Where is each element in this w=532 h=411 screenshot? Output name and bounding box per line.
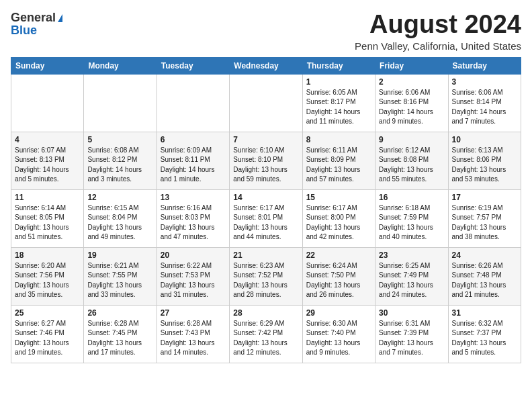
day-info: Sunrise: 6:28 AMSunset: 7:43 PMDaylight:… bbox=[161, 319, 226, 358]
calendar-day-cell: 29Sunrise: 6:30 AMSunset: 7:40 PMDayligh… bbox=[302, 305, 375, 363]
day-info: Sunrise: 6:21 AMSunset: 7:55 PMDaylight:… bbox=[87, 261, 152, 300]
day-number: 3 bbox=[452, 77, 517, 87]
day-info: Sunrise: 6:05 AMSunset: 8:17 PMDaylight:… bbox=[306, 88, 371, 127]
logo: General Blue bbox=[11, 11, 62, 38]
month-title: August 2024 bbox=[355, 11, 521, 39]
day-info: Sunrise: 6:29 AMSunset: 7:42 PMDaylight:… bbox=[233, 319, 298, 358]
day-info: Sunrise: 6:24 AMSunset: 7:50 PMDaylight:… bbox=[306, 261, 371, 300]
page-header: General Blue August 2024 Penn Valley, Ca… bbox=[11, 11, 521, 52]
calendar-day-cell: 28Sunrise: 6:29 AMSunset: 7:42 PMDayligh… bbox=[230, 305, 302, 363]
calendar-day-cell: 17Sunrise: 6:19 AMSunset: 7:57 PMDayligh… bbox=[448, 189, 521, 247]
calendar-day-cell: 19Sunrise: 6:21 AMSunset: 7:55 PMDayligh… bbox=[84, 247, 157, 305]
day-info: Sunrise: 6:17 AMSunset: 8:00 PMDaylight:… bbox=[306, 203, 371, 242]
day-number: 22 bbox=[306, 250, 371, 260]
day-info: Sunrise: 6:07 AMSunset: 8:13 PMDaylight:… bbox=[15, 146, 80, 185]
calendar-week-row: 1Sunrise: 6:05 AMSunset: 8:17 PMDaylight… bbox=[11, 74, 521, 132]
day-info: Sunrise: 6:10 AMSunset: 8:10 PMDaylight:… bbox=[233, 146, 298, 185]
calendar-day-cell: 5Sunrise: 6:08 AMSunset: 8:12 PMDaylight… bbox=[84, 132, 157, 189]
day-number: 10 bbox=[452, 135, 517, 144]
day-number: 5 bbox=[87, 135, 152, 144]
calendar-day-cell: 26Sunrise: 6:28 AMSunset: 7:45 PMDayligh… bbox=[84, 305, 157, 363]
day-info: Sunrise: 6:09 AMSunset: 8:11 PMDaylight:… bbox=[161, 146, 226, 185]
calendar-day-cell: 7Sunrise: 6:10 AMSunset: 8:10 PMDaylight… bbox=[230, 132, 302, 189]
day-info: Sunrise: 6:12 AMSunset: 8:08 PMDaylight:… bbox=[379, 146, 444, 185]
day-number: 17 bbox=[452, 193, 517, 202]
day-number: 8 bbox=[306, 135, 371, 144]
day-number: 15 bbox=[306, 193, 371, 202]
calendar-day-cell: 12Sunrise: 6:15 AMSunset: 8:04 PMDayligh… bbox=[84, 189, 157, 247]
day-info: Sunrise: 6:23 AMSunset: 7:52 PMDaylight:… bbox=[233, 261, 298, 300]
calendar-day-cell: 2Sunrise: 6:06 AMSunset: 8:16 PMDaylight… bbox=[375, 74, 448, 132]
day-info: Sunrise: 6:17 AMSunset: 8:01 PMDaylight:… bbox=[233, 203, 298, 242]
day-of-week-header: Sunday bbox=[11, 57, 84, 74]
day-number: 9 bbox=[379, 135, 444, 144]
calendar-day-cell bbox=[11, 74, 84, 132]
logo-triangle-icon bbox=[58, 14, 62, 22]
day-number: 31 bbox=[452, 308, 517, 318]
calendar-day-cell: 11Sunrise: 6:14 AMSunset: 8:05 PMDayligh… bbox=[11, 189, 84, 247]
calendar-day-cell: 27Sunrise: 6:28 AMSunset: 7:43 PMDayligh… bbox=[157, 305, 229, 363]
calendar-day-cell: 14Sunrise: 6:17 AMSunset: 8:01 PMDayligh… bbox=[230, 189, 302, 247]
day-info: Sunrise: 6:32 AMSunset: 7:37 PMDaylight:… bbox=[452, 319, 517, 358]
day-of-week-header: Saturday bbox=[448, 57, 521, 74]
calendar-day-cell: 13Sunrise: 6:16 AMSunset: 8:03 PMDayligh… bbox=[157, 189, 229, 247]
day-info: Sunrise: 6:22 AMSunset: 7:53 PMDaylight:… bbox=[161, 261, 226, 300]
day-number: 30 bbox=[379, 308, 444, 318]
calendar-day-cell: 23Sunrise: 6:25 AMSunset: 7:49 PMDayligh… bbox=[375, 247, 448, 305]
day-number: 27 bbox=[161, 308, 226, 318]
calendar-day-cell: 21Sunrise: 6:23 AMSunset: 7:52 PMDayligh… bbox=[230, 247, 302, 305]
day-number: 14 bbox=[233, 193, 298, 202]
calendar-week-row: 25Sunrise: 6:27 AMSunset: 7:46 PMDayligh… bbox=[11, 305, 521, 363]
day-info: Sunrise: 6:30 AMSunset: 7:40 PMDaylight:… bbox=[306, 319, 371, 358]
calendar-day-cell bbox=[157, 74, 229, 132]
calendar-week-row: 11Sunrise: 6:14 AMSunset: 8:05 PMDayligh… bbox=[11, 189, 521, 247]
day-info: Sunrise: 6:11 AMSunset: 8:09 PMDaylight:… bbox=[306, 146, 371, 185]
day-number: 12 bbox=[87, 193, 152, 202]
day-number: 28 bbox=[233, 308, 298, 318]
logo-general-text: General bbox=[11, 11, 62, 25]
calendar-day-cell: 30Sunrise: 6:31 AMSunset: 7:39 PMDayligh… bbox=[375, 305, 448, 363]
day-info: Sunrise: 6:31 AMSunset: 7:39 PMDaylight:… bbox=[379, 319, 444, 358]
day-number: 7 bbox=[233, 135, 298, 144]
calendar-day-cell: 16Sunrise: 6:18 AMSunset: 7:59 PMDayligh… bbox=[375, 189, 448, 247]
day-number: 25 bbox=[15, 308, 80, 318]
calendar-week-row: 4Sunrise: 6:07 AMSunset: 8:13 PMDaylight… bbox=[11, 132, 521, 189]
calendar-day-cell: 6Sunrise: 6:09 AMSunset: 8:11 PMDaylight… bbox=[157, 132, 229, 189]
day-of-week-header: Wednesday bbox=[230, 57, 302, 74]
day-number: 26 bbox=[87, 308, 152, 318]
calendar-day-cell: 1Sunrise: 6:05 AMSunset: 8:17 PMDaylight… bbox=[302, 74, 375, 132]
calendar-day-cell: 15Sunrise: 6:17 AMSunset: 8:00 PMDayligh… bbox=[302, 189, 375, 247]
day-of-week-header: Thursday bbox=[302, 57, 375, 74]
calendar-day-cell: 9Sunrise: 6:12 AMSunset: 8:08 PMDaylight… bbox=[375, 132, 448, 189]
day-info: Sunrise: 6:20 AMSunset: 7:56 PMDaylight:… bbox=[15, 261, 80, 300]
location-text: Penn Valley, California, United States bbox=[355, 40, 521, 52]
calendar-day-cell: 25Sunrise: 6:27 AMSunset: 7:46 PMDayligh… bbox=[11, 305, 84, 363]
day-info: Sunrise: 6:06 AMSunset: 8:16 PMDaylight:… bbox=[379, 88, 444, 127]
calendar-day-cell: 8Sunrise: 6:11 AMSunset: 8:09 PMDaylight… bbox=[302, 132, 375, 189]
calendar-day-cell: 3Sunrise: 6:06 AMSunset: 8:14 PMDaylight… bbox=[448, 74, 521, 132]
day-info: Sunrise: 6:08 AMSunset: 8:12 PMDaylight:… bbox=[87, 146, 152, 185]
day-info: Sunrise: 6:28 AMSunset: 7:45 PMDaylight:… bbox=[87, 319, 152, 358]
calendar-week-row: 18Sunrise: 6:20 AMSunset: 7:56 PMDayligh… bbox=[11, 247, 521, 305]
day-number: 2 bbox=[379, 77, 444, 87]
day-number: 13 bbox=[161, 193, 226, 202]
day-number: 24 bbox=[452, 250, 517, 260]
logo-blue-text: Blue bbox=[11, 24, 37, 38]
day-info: Sunrise: 6:06 AMSunset: 8:14 PMDaylight:… bbox=[452, 88, 517, 127]
calendar-day-cell: 20Sunrise: 6:22 AMSunset: 7:53 PMDayligh… bbox=[157, 247, 229, 305]
day-of-week-header: Monday bbox=[84, 57, 157, 74]
day-number: 4 bbox=[15, 135, 80, 144]
day-of-week-header: Friday bbox=[375, 57, 448, 74]
day-of-week-header: Tuesday bbox=[157, 57, 229, 74]
day-number: 21 bbox=[233, 250, 298, 260]
day-number: 1 bbox=[306, 77, 371, 87]
day-info: Sunrise: 6:13 AMSunset: 8:06 PMDaylight:… bbox=[452, 146, 517, 185]
calendar-day-cell: 22Sunrise: 6:24 AMSunset: 7:50 PMDayligh… bbox=[302, 247, 375, 305]
calendar-day-cell: 10Sunrise: 6:13 AMSunset: 8:06 PMDayligh… bbox=[448, 132, 521, 189]
day-number: 16 bbox=[379, 193, 444, 202]
day-info: Sunrise: 6:16 AMSunset: 8:03 PMDaylight:… bbox=[161, 203, 226, 242]
day-info: Sunrise: 6:14 AMSunset: 8:05 PMDaylight:… bbox=[15, 203, 80, 242]
day-info: Sunrise: 6:15 AMSunset: 8:04 PMDaylight:… bbox=[87, 203, 152, 242]
calendar-header-row: SundayMondayTuesdayWednesdayThursdayFrid… bbox=[11, 57, 521, 74]
calendar-day-cell: 4Sunrise: 6:07 AMSunset: 8:13 PMDaylight… bbox=[11, 132, 84, 189]
